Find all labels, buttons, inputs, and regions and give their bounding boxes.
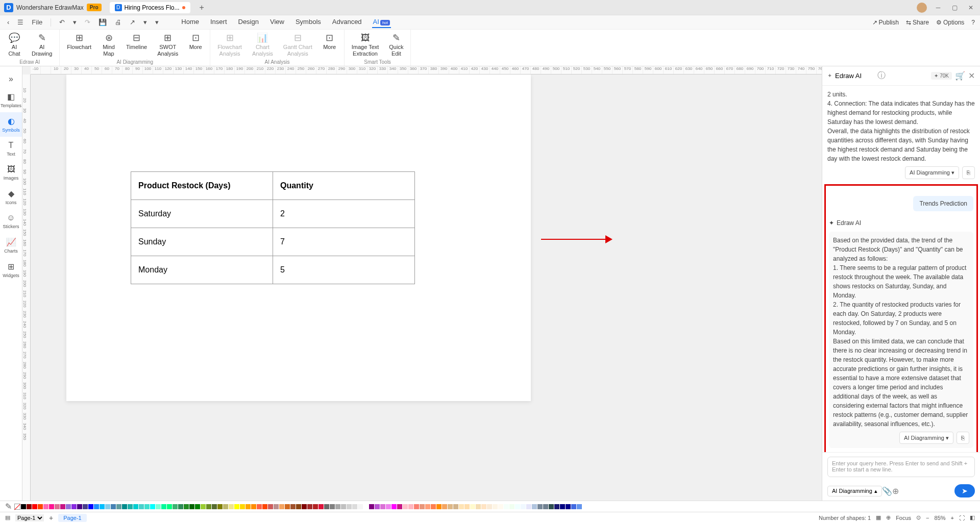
swot-button[interactable]: ⊞SWOT Analysis (154, 32, 181, 58)
color-swatch[interactable] (262, 504, 267, 509)
color-swatch[interactable] (414, 504, 419, 509)
color-swatch[interactable] (347, 504, 352, 509)
sidebar-icons[interactable]: ◆Icons (0, 185, 22, 209)
table-header-row[interactable]: Product Restock (Days) Quantity (131, 172, 415, 200)
quick-edit-button[interactable]: ✎Quick Edit (386, 32, 406, 58)
ai-diagramming-dropdown[interactable]: AI Diagramming ▾ (905, 166, 959, 179)
copy-button-2[interactable]: ⎘ (957, 432, 969, 444)
color-swatch[interactable] (532, 504, 537, 509)
redo-button[interactable]: ↷ (83, 17, 92, 27)
color-swatch[interactable] (526, 504, 531, 509)
ai-mode-dropdown[interactable]: AI Diagramming ▴ (827, 486, 882, 496)
undo-dropdown[interactable]: ▾ (71, 17, 79, 27)
color-swatch[interactable] (498, 504, 503, 509)
color-swatch[interactable] (116, 504, 121, 509)
ai-panel-body[interactable]: 2 units. 4. Connection: The data indicat… (822, 86, 980, 452)
export-button[interactable]: ↗ (128, 17, 137, 27)
flowchart-button[interactable]: ⊞Flowchart (64, 32, 94, 52)
undo-button[interactable]: ↶ (57, 17, 67, 27)
close-button[interactable]: ✕ (966, 3, 976, 13)
page-tab[interactable]: Page-1 (58, 514, 86, 522)
color-swatch[interactable] (493, 504, 498, 509)
color-swatch[interactable] (448, 504, 453, 509)
color-swatch[interactable] (43, 504, 48, 509)
color-swatch[interactable] (240, 504, 245, 509)
color-swatch[interactable] (554, 504, 559, 509)
color-swatch[interactable] (442, 504, 447, 509)
color-swatch[interactable] (391, 504, 397, 509)
color-swatch[interactable] (425, 504, 430, 509)
color-swatch[interactable] (66, 504, 71, 509)
color-swatch[interactable] (105, 504, 110, 509)
table-row[interactable]: Saturday 2 (131, 200, 415, 228)
layout-icon[interactable]: ◧ (970, 514, 975, 521)
color-swatch[interactable] (313, 504, 318, 509)
color-swatch[interactable] (32, 504, 37, 509)
ai-query-input[interactable]: Enter your query here. Press Enter to se… (827, 457, 975, 477)
add-page-button[interactable]: + (49, 514, 53, 522)
table-row[interactable]: Sunday 7 (131, 228, 415, 256)
color-swatch[interactable] (38, 504, 43, 509)
color-swatch[interactable] (318, 504, 324, 509)
color-swatch[interactable] (55, 504, 60, 509)
tab-advanced[interactable]: Advanced (331, 16, 363, 28)
color-swatch[interactable] (229, 504, 234, 509)
color-swatch[interactable] (156, 504, 161, 509)
color-swatch[interactable] (251, 504, 256, 509)
color-swatch[interactable] (144, 504, 150, 509)
color-swatch[interactable] (369, 504, 374, 509)
focus-icon[interactable]: ⊕ (886, 514, 891, 521)
tab-home[interactable]: Home (180, 16, 200, 28)
color-swatch[interactable] (212, 504, 217, 509)
print-button[interactable]: 🖨 (113, 17, 124, 27)
color-swatch[interactable] (363, 504, 369, 509)
save-button[interactable]: 💾 (96, 17, 109, 27)
tab-view[interactable]: View (269, 16, 285, 28)
color-swatch[interactable] (150, 504, 155, 509)
ai-chat-button[interactable]: 💬AI Chat (4, 32, 24, 58)
color-swatch[interactable] (94, 504, 99, 509)
color-swatch[interactable] (577, 504, 582, 509)
sidebar-symbols[interactable]: ◐Symbols (0, 112, 22, 137)
color-swatch[interactable] (352, 504, 357, 509)
help-icon[interactable]: ⓘ (877, 70, 886, 81)
header-days[interactable]: Product Restock (Days) (131, 172, 273, 200)
color-swatch[interactable] (408, 504, 413, 509)
minimize-button[interactable]: ─ (933, 3, 943, 13)
color-swatch[interactable] (27, 504, 32, 509)
image-text-button[interactable]: 🖼Image Text Extraction (349, 32, 382, 58)
document-tab[interactable]: D Hiring Process Flo... (110, 2, 190, 13)
color-swatch[interactable] (403, 504, 408, 509)
sidebar-expand[interactable]: » (0, 70, 22, 88)
header-quantity[interactable]: Quantity (273, 172, 415, 200)
color-swatch[interactable] (504, 504, 509, 509)
color-swatch[interactable] (178, 504, 183, 509)
insert-icon[interactable]: ⊕ (892, 486, 899, 496)
color-swatch[interactable] (184, 504, 189, 509)
color-swatch[interactable] (223, 504, 228, 509)
color-swatch[interactable] (380, 504, 385, 509)
sidebar-charts[interactable]: 📈Charts (0, 233, 22, 258)
sidebar-text[interactable]: TText (0, 137, 22, 161)
zoom-level[interactable]: 85% (935, 515, 946, 521)
color-swatch[interactable] (307, 504, 312, 509)
sidebar-widgets[interactable]: ⊞Widgets (0, 258, 22, 282)
back-button[interactable]: ‹ (5, 17, 11, 27)
panel-close-button[interactable]: ✕ (968, 71, 975, 81)
eyedropper-icon[interactable]: ✎ (5, 502, 12, 511)
color-swatch[interactable] (476, 504, 481, 509)
color-swatch[interactable] (167, 504, 172, 509)
color-swatch[interactable] (464, 504, 470, 509)
color-swatch[interactable] (453, 504, 458, 509)
color-swatch[interactable] (139, 504, 144, 509)
color-swatch[interactable] (386, 504, 391, 509)
color-swatch[interactable] (279, 504, 284, 509)
color-swatch[interactable] (560, 504, 565, 509)
sidebar-templates[interactable]: ◧Templates (0, 88, 22, 112)
color-swatch[interactable] (83, 504, 88, 509)
publish-button[interactable]: ↗ Publish (872, 19, 899, 26)
color-swatch[interactable] (49, 504, 54, 509)
color-swatch[interactable] (431, 504, 436, 509)
color-swatch[interactable] (324, 504, 329, 509)
export-dropdown[interactable]: ▾ (141, 17, 149, 27)
